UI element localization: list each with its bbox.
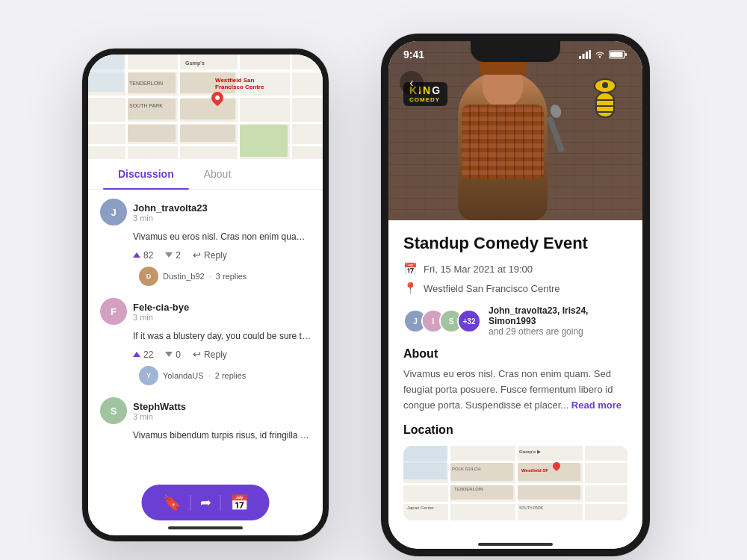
status-icons [579,50,627,59]
home-indicator-back [168,526,243,529]
svg-rect-0 [579,56,581,59]
comment-text-1: Vivamus eu eros nisl. Cras non enim quam… [133,230,311,243]
svg-rect-3 [589,50,592,59]
location-map[interactable]: POLK GULCH TENDERLOIN Gump's ▶ Westfield… [403,446,627,520]
bookmark-icon[interactable]: 🔖 [163,494,182,511]
downvote-btn-1[interactable]: 2 [165,250,181,261]
signal-icon [579,50,591,59]
notch [471,41,560,62]
reply-icon-1: ↩ [193,249,201,261]
comment-item-2: F Fele-cia-bye 3 min If it was a bluster… [100,298,311,385]
home-indicator-front [478,543,553,546]
reply-avatar-yolanda: Y [139,366,158,385]
downvote-btn-2[interactable]: 0 [165,349,181,360]
wifi-icon [594,50,606,59]
avatar-john: J [100,199,127,225]
event-location: Westfield San Francisco Centre [424,283,560,294]
battery-icon [609,50,627,59]
attendees-row: J I S +32 John_travolta23, Iris24 [403,305,627,337]
comments-area: J John_travolta23 3 min Vivamus eu eros … [88,190,323,463]
comment-header-1: J John_travolta23 3 min [100,199,311,225]
divider-2 [220,495,221,510]
comment-header-2: F Fele-cia-bye 3 min [100,298,311,325]
tab-discussion[interactable]: Discussion [103,159,189,189]
add-event-icon[interactable]: 📅 [230,494,249,511]
svg-rect-2 [586,52,588,59]
reply-btn-2[interactable]: ↩ Reply [193,349,227,360]
upvote-btn-2[interactable]: 22 [133,349,153,360]
comment-item-3: S StephWatts 3 min Vivamus bibendum turp… [100,397,311,442]
phone-back: TENDERLOIN Gump's SOUTH PARK Westfield S… [82,49,329,541]
calendar-icon: 📅 [403,262,418,276]
status-time: 9:41 [403,49,424,60]
bee-mascot [583,78,627,138]
comment-time-3: 3 min [133,412,186,421]
comment-username-3: StephWatts [133,401,186,412]
tab-about[interactable]: About [189,159,247,189]
performer [443,63,562,220]
comment-username-2: Fele-cia-bye [133,302,189,313]
comment-header-3: S StephWatts 3 min [100,397,311,424]
back-button[interactable]: ‹ [400,71,424,95]
share-icon[interactable]: ➦ [200,494,211,511]
about-section-title: About [403,347,627,361]
event-date-row: 📅 Fri, 15 Mar 2021 at 19:00 [403,262,627,276]
event-title: Standup Comedy Event [403,234,627,253]
comment-actions-1: 82 2 ↩ Reply [133,249,311,261]
upvote-icon-2 [133,352,140,357]
event-content: Standup Comedy Event 📅 Fri, 15 Mar 2021 … [388,220,642,549]
svg-rect-6 [625,53,627,56]
tab-bar: Discussion About [88,159,323,190]
svg-point-4 [599,56,601,57]
upvote-btn-1[interactable]: 82 [133,250,153,261]
attendees-avatars: J I S +32 [403,309,481,333]
map-area: TENDERLOIN Gump's SOUTH PARK Westfield S… [88,55,323,159]
phones-container: TENDERLOIN Gump's SOUTH PARK Westfield S… [82,19,665,541]
read-more-link[interactable]: Read more [571,399,622,411]
event-date: Fri, 15 Mar 2021 at 19:00 [424,264,533,275]
comment-actions-2: 22 0 ↩ Reply [133,349,311,360]
comment-text-2: If it was a blustery day, you could be s… [133,329,311,343]
comment-item: J John_travolta23 3 min Vivamus eu eros … [100,199,311,286]
location-icon: 📍 [403,281,418,295]
phone-front: 9:41 [381,34,650,556]
attendee-names: John_travolta23, Iris24, Simon1993 [489,305,627,326]
event-location-row: 📍 Westfield San Francisco Centre [403,281,627,295]
reply-thread-1: D Dustin_b92 · 3 replies [139,267,311,286]
event-image: KING COMEDY [388,41,642,220]
divider-1 [190,495,191,510]
upvote-icon-1 [133,252,140,258]
downvote-icon-1 [165,252,173,258]
about-text: Vivamus eu eros nisl. Cras non enim quam… [403,367,627,413]
svg-rect-7 [610,52,623,57]
svg-rect-1 [583,54,585,59]
comment-username-1: John_travolta23 [133,202,208,214]
reply-avatar-dustin: D [139,267,158,286]
reply-btn-1[interactable]: ↩ Reply [193,249,227,261]
attendee-suffix: and 29 others are going [489,326,627,337]
avatar-fele: F [100,298,127,325]
location-section-title: Location [403,423,627,437]
downvote-icon-2 [165,352,173,357]
comment-text-3: Vivamus bibendum turpis risus, id fringi… [133,429,311,442]
avatar-steph: S [100,397,127,424]
attendee-count-bubble: +32 [457,309,481,333]
comment-time-2: 3 min [133,313,189,322]
reply-thread-2: Y YolandaUS · 2 replies [139,366,311,385]
reply-icon-2: ↩ [193,349,201,360]
comment-time-1: 3 min [133,214,208,223]
bottom-action-bar: 🔖 ➦ 📅 [142,485,270,520]
